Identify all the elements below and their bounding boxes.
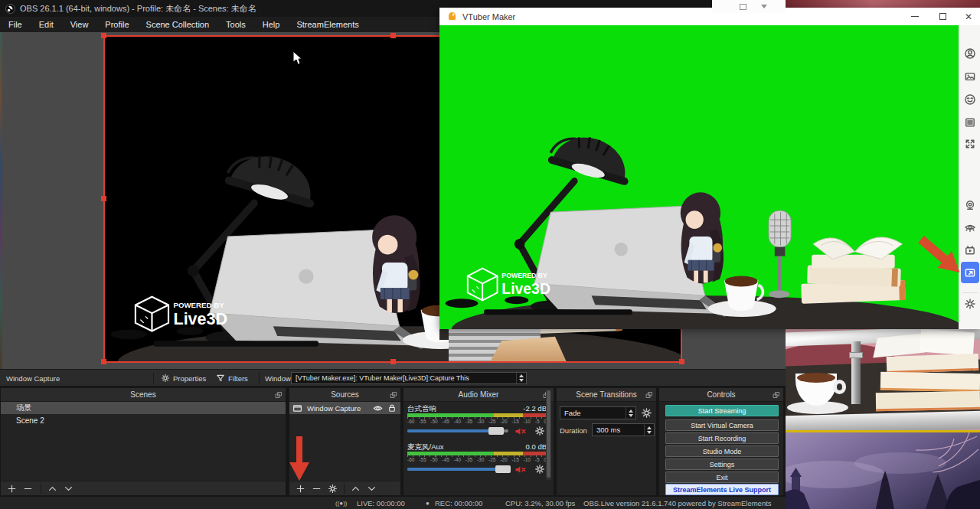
- add-scene-button[interactable]: [7, 484, 17, 494]
- settings-button[interactable]: Settings: [665, 458, 779, 470]
- channel-name: 麦克风/Aux: [407, 442, 444, 451]
- transition-select[interactable]: Fade: [560, 406, 636, 419]
- vtuber-app-icon: [447, 11, 457, 21]
- source-row[interactable]: Window Capture: [289, 402, 400, 414]
- mixer-title: Audio Mixer: [459, 390, 499, 399]
- muted-speaker-icon[interactable]: [514, 426, 530, 436]
- desktop-sliver: [0, 32, 2, 369]
- avatar-icon[interactable]: [964, 47, 976, 60]
- window-select-spinner[interactable]: [516, 373, 526, 383]
- meter-scale: -60-55-50-45-40-35-30-25-20-15-10-50: [407, 419, 547, 425]
- book: [880, 372, 980, 392]
- mixer-channel-mic-aux: 麦克风/Aux0.0 dB -60-55-50-45-40-35-30-25-2…: [407, 442, 547, 475]
- selection-handle-ml[interactable]: [101, 196, 106, 201]
- selection-handle-tm[interactable]: [390, 33, 396, 38]
- move-scene-down-button[interactable]: [64, 484, 74, 494]
- separator: [259, 373, 260, 383]
- channel-name: 台式音响: [407, 404, 436, 413]
- start-recording-button[interactable]: Start Recording: [665, 432, 779, 444]
- artwork-trees: [786, 432, 980, 509]
- menu-file[interactable]: File: [0, 17, 31, 32]
- remove-source-button[interactable]: [312, 484, 322, 494]
- menu-help[interactable]: Help: [254, 17, 289, 32]
- menu-tools[interactable]: Tools: [217, 17, 254, 32]
- duration-spinbox[interactable]: 300 ms: [592, 423, 655, 436]
- volume-slider[interactable]: [407, 429, 508, 432]
- move-source-up-button[interactable]: [351, 484, 361, 494]
- controls-title: Controls: [707, 390, 735, 399]
- chevron-down-icon[interactable]: [761, 5, 767, 8]
- metal-stand-knob: [849, 352, 863, 358]
- lock-icon[interactable]: [387, 403, 397, 413]
- channel-gear-icon[interactable]: [534, 464, 545, 475]
- add-source-button[interactable]: [296, 484, 305, 494]
- popout-icon[interactable]: [773, 391, 780, 399]
- minimize-button[interactable]: [905, 8, 925, 25]
- mixer-channel-desktop-audio: 台式音响-2.2 dB -60-55-50-45-40-35-30-25-20-…: [407, 404, 547, 436]
- green-screen-canvas[interactable]: [439, 25, 980, 329]
- book: [887, 354, 979, 374]
- visibility-eye-icon[interactable]: [373, 403, 383, 413]
- popout-icon[interactable]: [275, 391, 283, 399]
- live-timer: LIVE: 00:00:00: [357, 497, 405, 509]
- background-image-icon[interactable]: [964, 70, 976, 83]
- start-virtual-camera-button[interactable]: Start Virtual Camera: [665, 419, 779, 431]
- mixer-scrollbar[interactable]: [546, 390, 551, 480]
- transitions-title: Scene Transitions: [576, 390, 637, 399]
- transition-spinner[interactable]: [626, 407, 635, 419]
- streamelements-support-button[interactable]: StreamElements Live Support: [665, 484, 779, 495]
- selection-handle-tl[interactable]: [101, 33, 106, 38]
- studio-mode-button[interactable]: Studio Mode: [665, 445, 779, 457]
- popout-icon[interactable]: [390, 391, 397, 399]
- vtuber-titlebar[interactable]: VTuber Maker ✕: [439, 8, 980, 25]
- scene-row[interactable]: 场景: [1, 402, 286, 414]
- expression-smiley-icon[interactable]: [964, 93, 976, 106]
- remove-scene-button[interactable]: [23, 484, 33, 494]
- background-window-titlebar-fragment: [712, 0, 786, 13]
- selection-handle-bl[interactable]: [101, 359, 106, 364]
- start-streaming-button[interactable]: Start Streaming: [665, 405, 779, 416]
- rec-dot-icon: ●: [426, 497, 430, 509]
- move-scene-up-button[interactable]: [47, 484, 57, 494]
- selection-handle-br[interactable]: [679, 359, 684, 364]
- filters-button[interactable]: Filters: [216, 370, 248, 387]
- transition-gear-icon[interactable]: [641, 407, 652, 419]
- close-button[interactable]: ✕: [959, 8, 978, 25]
- menu-profile[interactable]: Profile: [96, 17, 137, 32]
- menu-scene-collection[interactable]: Scene Collection: [138, 17, 218, 32]
- scene-row[interactable]: Scene 2: [1, 414, 286, 426]
- cpu-fps-stats: CPU: 3.2%, 30.00 fps: [505, 497, 575, 509]
- window-select[interactable]: [VTuber Maker.exe]: VTuber Maker[Live3D]…: [291, 372, 527, 384]
- open-book-right: [920, 329, 975, 355]
- duration-spinner[interactable]: [644, 424, 654, 436]
- book: [876, 391, 980, 411]
- asset-list-icon[interactable]: [964, 116, 976, 129]
- status-bar: ((●)) LIVE: 00:00:00 ● REC: 00:00:00 CPU…: [0, 496, 786, 509]
- background-app-region: [786, 329, 980, 509]
- fullscreen-icon[interactable]: [964, 138, 976, 150]
- maximize-button[interactable]: [933, 8, 952, 25]
- muted-speaker-icon[interactable]: [514, 465, 530, 475]
- channel-db: -2.2 dB: [523, 404, 547, 413]
- source-toolbar: Window Capture Properties Filters Window…: [0, 369, 786, 386]
- gear-icon: [161, 374, 170, 383]
- source-properties-gear-icon[interactable]: [328, 484, 338, 494]
- move-source-down-button[interactable]: [367, 484, 377, 494]
- selection-handle-bm[interactable]: [390, 359, 396, 364]
- exit-button[interactable]: Exit: [665, 471, 779, 483]
- menu-streamelements[interactable]: StreamElements: [288, 17, 367, 32]
- menu-edit[interactable]: Edit: [31, 17, 62, 32]
- menu-view[interactable]: View: [62, 17, 97, 32]
- window-label: Window: [265, 370, 291, 387]
- popout-icon[interactable]: [645, 391, 653, 399]
- restore-icon[interactable]: [740, 4, 746, 10]
- properties-button[interactable]: Properties: [161, 370, 206, 387]
- volume-slider-knob[interactable]: [488, 427, 504, 435]
- volume-slider-knob[interactable]: [495, 465, 511, 473]
- settings-gear-icon[interactable]: [964, 298, 976, 310]
- sources-title: Sources: [331, 390, 359, 399]
- volume-slider[interactable]: [407, 468, 508, 471]
- channel-gear-icon[interactable]: [534, 426, 545, 436]
- vtuber-maker-window: VTuber Maker ✕: [439, 8, 980, 329]
- camera-icon[interactable]: [964, 199, 976, 211]
